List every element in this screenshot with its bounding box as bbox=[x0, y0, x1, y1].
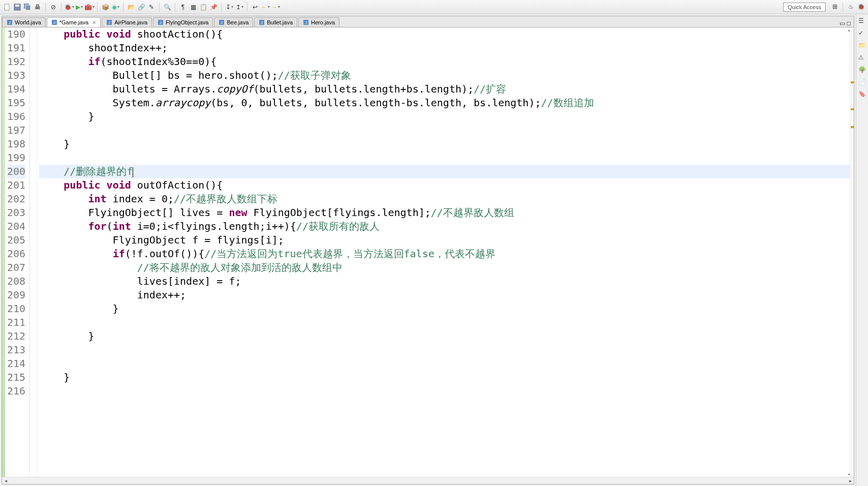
minimize-icon[interactable]: ▭ bbox=[840, 20, 845, 27]
maximize-icon[interactable]: □ bbox=[847, 20, 851, 27]
debug-perspective-icon[interactable]: 🐞 bbox=[857, 3, 865, 11]
edit-icon[interactable]: ✎ bbox=[147, 3, 156, 11]
overview-ruler[interactable] bbox=[850, 27, 854, 477]
svg-text:J: J bbox=[9, 20, 11, 25]
quick-access-input[interactable]: Quick Access bbox=[783, 3, 826, 12]
task-list-icon[interactable]: ✓ bbox=[858, 29, 866, 38]
type-hierarchy-icon[interactable]: 🌳 bbox=[858, 66, 866, 74]
line-number: 197 bbox=[7, 124, 25, 137]
code-line[interactable]: } bbox=[39, 302, 850, 316]
separator bbox=[221, 3, 222, 12]
tab-label: Hero.java bbox=[311, 19, 335, 25]
separator bbox=[843, 3, 843, 12]
code-area[interactable]: public void shootAction(){ shootIndex++;… bbox=[37, 27, 850, 477]
editor-tab[interactable]: JWorld.java bbox=[2, 17, 46, 27]
editor-tab[interactable]: JFlyingObject.java bbox=[153, 17, 213, 27]
editor-tab[interactable]: JHero.java bbox=[298, 17, 339, 27]
search-icon[interactable]: 🔍 bbox=[163, 3, 171, 11]
editor-tab[interactable]: JBullet.java bbox=[254, 17, 297, 27]
bookmarks-icon[interactable]: 🔖 bbox=[858, 90, 866, 99]
separator bbox=[159, 3, 160, 12]
right-view-stack: ☰ ✓ 📁 ⚠ 🌳 📄 🔖 bbox=[856, 14, 868, 486]
line-number: 192 bbox=[7, 55, 25, 69]
outline-view-icon[interactable]: ☰ bbox=[858, 17, 866, 25]
print-icon[interactable]: 🖶 bbox=[34, 3, 42, 11]
code-line[interactable]: } bbox=[39, 110, 850, 124]
save-all-icon[interactable] bbox=[23, 3, 32, 11]
code-line[interactable]: if(!f.outOf()){//当方法返回为true代表越界，当方法返回fal… bbox=[39, 247, 850, 261]
templates-icon[interactable]: 📄 bbox=[858, 78, 866, 86]
forward-icon[interactable]: → bbox=[271, 3, 280, 11]
debug-icon[interactable]: 🐞 bbox=[65, 3, 73, 11]
code-line[interactable]: System.arraycopy(bs, 0, bullets, bullets… bbox=[39, 96, 850, 110]
editor-tabs: JWorld.javaJ*Game.java✕JAirPlane.javaJFl… bbox=[2, 16, 854, 27]
problems-view-icon[interactable]: ⚠ bbox=[858, 54, 866, 62]
code-line[interactable]: shootIndex++; bbox=[39, 41, 850, 55]
code-line[interactable]: index++; bbox=[39, 288, 850, 302]
editor-tab[interactable]: JAirPlane.java bbox=[102, 17, 152, 27]
show-ws-icon[interactable]: 📋 bbox=[199, 3, 207, 11]
code-line[interactable]: int index = 0;//不越界敌人数组下标 bbox=[39, 192, 850, 206]
code-line[interactable]: if(shootIndex%30==0){ bbox=[39, 55, 850, 69]
line-number: 190 bbox=[7, 27, 25, 41]
skip-breakpoints-icon[interactable]: ⊘ bbox=[49, 3, 57, 11]
editor-body[interactable]: 1901911921931941951961971981992002012022… bbox=[2, 27, 854, 477]
new-class-icon[interactable]: ◉ bbox=[111, 3, 119, 11]
new-package-icon[interactable]: 📦 bbox=[101, 3, 109, 11]
line-number: 194 bbox=[7, 82, 25, 96]
new-icon[interactable] bbox=[3, 3, 11, 11]
pin-icon[interactable]: 📌 bbox=[209, 3, 218, 11]
code-line[interactable]: bullets = Arrays.copyOf(bullets, bullets… bbox=[39, 82, 850, 96]
line-number: 206 bbox=[7, 247, 25, 261]
line-number: 211 bbox=[7, 316, 25, 329]
link-icon[interactable]: 🔗 bbox=[137, 3, 145, 11]
close-icon[interactable]: ✕ bbox=[92, 20, 96, 25]
next-annotation-icon[interactable]: ↧ bbox=[225, 3, 233, 11]
java-perspective-icon[interactable]: ♨ bbox=[847, 3, 855, 11]
last-edit-icon[interactable]: ↩ bbox=[251, 3, 259, 11]
run-icon[interactable]: ▶ bbox=[75, 3, 83, 11]
scroll-left-icon[interactable]: ◂ bbox=[2, 478, 9, 483]
editor-pane: JWorld.javaJ*Game.java✕JAirPlane.javaJFl… bbox=[2, 16, 854, 484]
code-line[interactable]: } bbox=[39, 329, 850, 343]
code-line[interactable] bbox=[39, 384, 850, 398]
scroll-right-icon[interactable]: ▸ bbox=[847, 478, 854, 483]
separator bbox=[45, 3, 46, 12]
package-explorer-icon[interactable]: 📁 bbox=[858, 42, 866, 50]
svg-text:J: J bbox=[160, 20, 162, 25]
line-number: 191 bbox=[7, 41, 25, 55]
open-type-icon[interactable]: 📂 bbox=[127, 3, 135, 11]
code-line[interactable]: } bbox=[39, 371, 850, 384]
code-line[interactable] bbox=[39, 151, 850, 165]
code-line[interactable]: FlyingObject f = flyings[i]; bbox=[39, 233, 850, 247]
code-line[interactable]: Bullet[] bs = hero.shoot();//获取子弹对象 bbox=[39, 69, 850, 82]
toggle-block-icon[interactable]: ▦ bbox=[189, 3, 197, 11]
code-line[interactable] bbox=[39, 343, 850, 357]
code-line[interactable]: public void outOfAction(){ bbox=[39, 178, 850, 192]
line-number: 208 bbox=[7, 275, 25, 288]
prev-annotation-icon[interactable]: ↥ bbox=[235, 3, 243, 11]
code-line[interactable]: //将不越界的敌人对象添加到活的敌人数组中 bbox=[39, 261, 850, 275]
code-line[interactable] bbox=[39, 357, 850, 371]
back-icon[interactable]: ← bbox=[261, 3, 269, 11]
code-line[interactable] bbox=[39, 124, 850, 137]
code-line[interactable]: FlyingObject[] lives = new FlyingObject[… bbox=[39, 206, 850, 220]
toggle-mark-icon[interactable]: ¶ bbox=[179, 3, 187, 11]
code-line[interactable] bbox=[39, 316, 850, 329]
code-line[interactable]: //删除越界的f bbox=[39, 165, 850, 178]
horizontal-scroll[interactable]: ◂ ▸ bbox=[2, 477, 854, 484]
editor-tab[interactable]: JBee.java bbox=[214, 17, 253, 27]
svg-text:J: J bbox=[108, 20, 110, 25]
tab-label: Bullet.java bbox=[267, 19, 293, 25]
ext-tools-icon[interactable]: 🧰 bbox=[85, 3, 94, 11]
separator bbox=[97, 3, 98, 12]
code-line[interactable]: for(int i=0;i<flyings.length;i++){//获取所有… bbox=[39, 220, 850, 233]
line-number: 215 bbox=[7, 371, 25, 384]
line-number: 212 bbox=[7, 329, 25, 343]
editor-tab[interactable]: J*Game.java✕ bbox=[47, 17, 101, 27]
code-line[interactable]: } bbox=[39, 137, 850, 151]
code-line[interactable]: lives[index] = f; bbox=[39, 275, 850, 288]
save-icon[interactable] bbox=[13, 3, 21, 11]
code-line[interactable]: public void shootAction(){ bbox=[39, 27, 850, 41]
open-perspective-icon[interactable]: ⊞ bbox=[831, 3, 839, 11]
